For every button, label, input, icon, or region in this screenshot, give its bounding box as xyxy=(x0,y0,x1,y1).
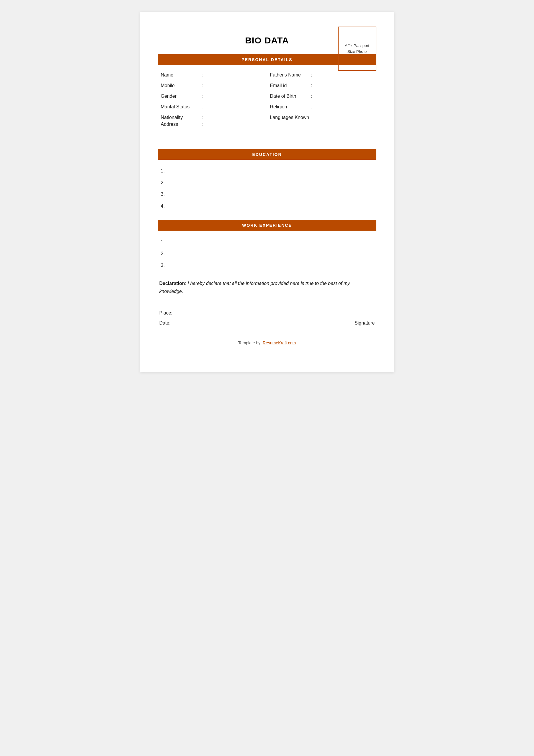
work-item-3: 3. xyxy=(161,262,373,269)
field-address: Address : xyxy=(158,122,376,127)
field-value-mobile xyxy=(205,83,264,83)
education-section: EDUCATION 1. 2. 3. 4. xyxy=(158,149,376,210)
field-email: Email id : xyxy=(270,83,373,88)
personal-details-grid: Name : Father's Name : Mobile : Email id… xyxy=(158,72,376,120)
field-label-name: Name xyxy=(161,72,199,78)
bio-data-page: BIO DATA Affix Passport Size Photo PERSO… xyxy=(140,12,394,372)
date-row: Date: Signature xyxy=(159,320,375,326)
place-date-section: Place: Date: Signature xyxy=(158,310,376,326)
place-label: Place: xyxy=(159,310,173,316)
field-nationality: Nationality : xyxy=(161,115,264,120)
declaration-body: I hereby declare that all the informatio… xyxy=(159,281,350,294)
field-value-languages xyxy=(315,115,373,115)
field-label-address: Address xyxy=(161,122,199,127)
field-name: Name : xyxy=(161,72,264,78)
field-value-gender xyxy=(205,94,264,94)
field-marital-status: Marital Status : xyxy=(161,104,264,110)
field-colon-name: : xyxy=(201,72,203,78)
education-list: 1. 2. 3. 4. xyxy=(158,167,376,210)
field-label-fathers-name: Father's Name xyxy=(270,72,308,78)
photo-box-text: Affix Passport Size Photo xyxy=(341,43,373,55)
field-languages: Languages Known : xyxy=(270,115,373,120)
field-colon-dob: : xyxy=(311,94,312,99)
field-fathers-name: Father's Name : xyxy=(270,72,373,78)
field-colon-marital-status: : xyxy=(201,104,203,110)
footer: Template by: ResumeKraft.com xyxy=(158,340,376,345)
field-mobile: Mobile : xyxy=(161,83,264,88)
work-item-1: 1. xyxy=(161,238,373,246)
field-colon-languages: : xyxy=(311,115,313,120)
signature-label: Signature xyxy=(355,320,375,326)
field-label-mobile: Mobile xyxy=(161,83,199,88)
field-value-dob xyxy=(314,94,373,94)
field-dob: Date of Birth : xyxy=(270,94,373,99)
field-label-religion: Religion xyxy=(270,104,308,110)
field-label-gender: Gender xyxy=(161,94,199,99)
field-label-marital-status: Marital Status xyxy=(161,104,199,110)
declaration-section: Declaration: I hereby declare that all t… xyxy=(158,279,376,295)
place-row: Place: xyxy=(159,310,375,316)
declaration-label: Declaration xyxy=(159,281,185,286)
education-item-2: 2. xyxy=(161,179,373,187)
header-area: BIO DATA Affix Passport Size Photo xyxy=(158,27,376,45)
education-item-3: 3. xyxy=(161,190,373,198)
field-colon-gender: : xyxy=(201,94,203,99)
date-label: Date: xyxy=(159,320,171,326)
work-experience-heading: WORK EXPERIENCE xyxy=(158,220,376,230)
field-gender: Gender : xyxy=(161,94,264,99)
field-value-email xyxy=(314,83,373,83)
work-experience-section: WORK EXPERIENCE 1. 2. 3. xyxy=(158,220,376,269)
education-item-1: 1. xyxy=(161,167,373,175)
declaration-text: Declaration: I hereby declare that all t… xyxy=(159,279,375,295)
field-religion: Religion : xyxy=(270,104,373,110)
field-label-email: Email id xyxy=(270,83,308,88)
field-value-address xyxy=(205,122,373,127)
field-colon-email: : xyxy=(311,83,312,88)
education-item-4: 4. xyxy=(161,202,373,210)
field-label-languages: Languages Known xyxy=(270,115,309,120)
field-label-nationality: Nationality xyxy=(161,115,199,120)
work-list: 1. 2. 3. xyxy=(158,238,376,269)
education-heading: EDUCATION xyxy=(158,149,376,160)
field-colon-religion: : xyxy=(311,104,312,110)
field-label-dob: Date of Birth xyxy=(270,94,308,99)
declaration-colon: : xyxy=(185,281,188,286)
work-item-2: 2. xyxy=(161,250,373,257)
field-colon-address: : xyxy=(201,122,203,127)
field-value-fathers-name xyxy=(314,72,373,73)
field-value-name xyxy=(205,72,264,73)
field-colon-fathers-name: : xyxy=(311,72,312,78)
field-colon-mobile: : xyxy=(201,83,203,88)
footer-text: Template by: xyxy=(238,340,263,345)
footer-link[interactable]: ResumeKraft.com xyxy=(263,340,296,345)
photo-box: Affix Passport Size Photo xyxy=(338,27,376,71)
field-value-nationality xyxy=(205,115,264,115)
field-colon-nationality: : xyxy=(201,115,203,120)
